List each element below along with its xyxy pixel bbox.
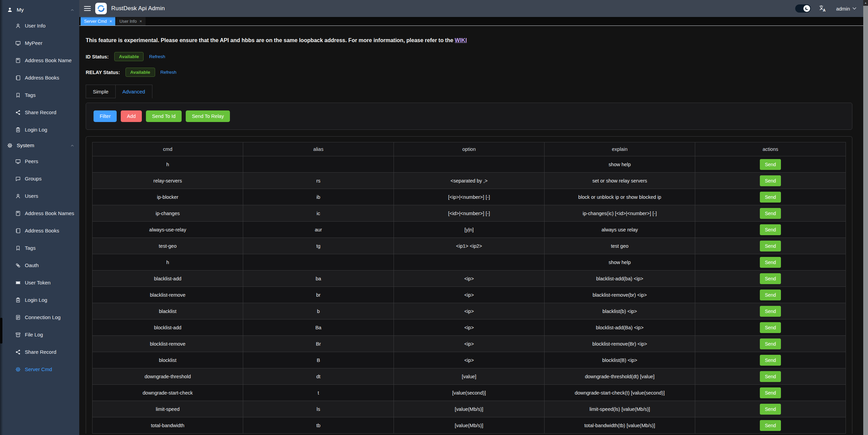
- wiki-link[interactable]: WIKI: [455, 37, 467, 43]
- cell-option: [394, 254, 545, 271]
- send-button[interactable]: Send: [760, 420, 781, 431]
- sidebar-item-label: Address Books: [25, 228, 59, 233]
- sidebar-section-system[interactable]: System: [0, 138, 79, 153]
- status-badge: Available: [126, 68, 155, 77]
- sidebar-item-file-log[interactable]: File Log: [0, 326, 79, 343]
- send-button[interactable]: Send: [760, 322, 781, 333]
- cell-alias: ic: [243, 205, 394, 222]
- send-button[interactable]: Send: [760, 404, 781, 415]
- sidebar-item-share-record[interactable]: Share Record: [0, 343, 79, 361]
- send-button[interactable]: Send: [760, 306, 781, 317]
- sidebar-item-label: Login Log: [25, 297, 47, 303]
- sidebar-item-login-log[interactable]: Login Log: [0, 121, 79, 138]
- cell-option: [394, 156, 545, 173]
- send-button[interactable]: Send: [760, 290, 781, 300]
- scrollbar-up-arrow[interactable]: ▲: [863, 0, 868, 5]
- send-to-relay-button[interactable]: Send To Relay: [186, 110, 230, 122]
- sidebar-scrollbar-thumb[interactable]: [0, 318, 2, 344]
- table-row: blacklistb<ip>blacklist(b) <ip>Send: [93, 303, 846, 319]
- close-icon[interactable]: ×: [110, 19, 112, 23]
- refresh-link[interactable]: Refresh: [161, 70, 177, 75]
- sidebar-item-share-record[interactable]: Share Record: [0, 104, 79, 121]
- send-button[interactable]: Send: [760, 273, 781, 284]
- sidebar-item-peers[interactable]: Peers: [0, 153, 79, 170]
- sidebar-item-label: Groups: [25, 176, 41, 181]
- cell-actions: Send: [695, 352, 846, 368]
- send-to-id-button[interactable]: Send To Id: [146, 110, 182, 122]
- tab-advanced[interactable]: Advanced: [115, 85, 152, 98]
- table-row: blacklist-removebr<ip>blacklist-remove(b…: [93, 287, 846, 303]
- clipboard-icon: [15, 297, 21, 303]
- cell-alias: Br: [243, 336, 394, 352]
- send-button[interactable]: Send: [760, 371, 781, 382]
- send-button[interactable]: Send: [760, 387, 781, 398]
- sidebar-item-label: Tags: [25, 92, 36, 98]
- monitor-icon: [15, 158, 21, 164]
- sidebar-item-address-book-name[interactable]: Address Book Name: [0, 52, 79, 69]
- cell-cmd: test-geo: [93, 238, 243, 254]
- send-button[interactable]: Send: [760, 208, 781, 219]
- tab-simple[interactable]: Simple: [86, 85, 116, 98]
- link-icon: [15, 262, 21, 268]
- close-icon[interactable]: ×: [139, 19, 142, 23]
- notebook-icon: [15, 228, 21, 234]
- send-button[interactable]: Send: [760, 192, 781, 203]
- user-name: admin: [836, 6, 850, 12]
- sidebar-item-label: Address Books: [25, 75, 59, 81]
- sidebar-item-groups[interactable]: Groups: [0, 170, 79, 187]
- sidebar-item-label: Login Log: [25, 127, 47, 133]
- command-table-panel: cmdaliasoptionexplainactions hshow helpS…: [86, 136, 852, 434]
- open-tab-user-info[interactable]: User Info×: [116, 17, 145, 25]
- sidebar-item-login-log[interactable]: Login Log: [0, 291, 79, 309]
- cell-cmd: blacklist-remove: [93, 287, 243, 303]
- add-button[interactable]: Add: [121, 110, 142, 122]
- sidebar-item-oauth[interactable]: Oauth: [0, 257, 79, 274]
- cell-explain: total-bandwidth(tb) [value(Mb/s)]: [545, 417, 695, 434]
- svg-text:A: A: [823, 8, 825, 12]
- cell-actions: Send: [695, 303, 846, 319]
- sidebar-item-label: User Info: [25, 23, 46, 29]
- cell-alias: aur: [243, 222, 394, 238]
- refresh-link[interactable]: Refresh: [149, 54, 165, 59]
- chevron-down-icon: [852, 7, 856, 10]
- translate-icon[interactable]: A: [819, 4, 827, 13]
- sidebar-item-tags[interactable]: Tags: [0, 239, 79, 257]
- cell-alias: [243, 156, 394, 173]
- send-button[interactable]: Send: [760, 159, 781, 170]
- filter-button[interactable]: Filter: [94, 110, 117, 122]
- send-button[interactable]: Send: [760, 355, 781, 366]
- send-button[interactable]: Send: [760, 257, 781, 268]
- sidebar-item-mypeer[interactable]: MyPeer: [0, 34, 79, 52]
- sidebar-item-users[interactable]: Users: [0, 187, 79, 205]
- dark-mode-toggle[interactable]: [795, 4, 811, 13]
- status-badge: Available: [114, 52, 144, 61]
- send-button[interactable]: Send: [760, 241, 781, 251]
- cell-alias: ls: [243, 401, 394, 417]
- sidebar-item-address-book-names[interactable]: Address Book Names: [0, 205, 79, 222]
- send-button[interactable]: Send: [760, 338, 781, 349]
- sidebar-item-address-books[interactable]: Address Books: [0, 69, 79, 86]
- sidebar-item-user-token[interactable]: User Token: [0, 274, 79, 291]
- cell-explain: set or show relay servers: [545, 173, 695, 189]
- cell-alias: b: [243, 303, 394, 319]
- open-tab-label: User Info: [119, 19, 137, 24]
- send-button[interactable]: Send: [760, 175, 781, 186]
- sidebar-item-user-info[interactable]: User Info: [0, 17, 79, 34]
- send-button[interactable]: Send: [760, 224, 781, 235]
- open-tab-server-cmd[interactable]: Server Cmd×: [81, 17, 115, 25]
- cell-option: <separated by ,>: [394, 173, 545, 189]
- cell-alias: tg: [243, 238, 394, 254]
- cell-cmd: blocklist-add: [93, 319, 243, 336]
- scrollbar-thumb[interactable]: [863, 6, 868, 435]
- sidebar-item-connection-log[interactable]: Connection Log: [0, 309, 79, 326]
- user-menu[interactable]: admin: [836, 6, 856, 12]
- cell-alias: dt: [243, 368, 394, 385]
- sidebar-item-server-cmd[interactable]: Server Cmd: [0, 361, 79, 378]
- sidebar-item-label: User Token: [25, 280, 51, 285]
- cell-option: [value(Mb/s)]: [394, 417, 545, 434]
- cell-cmd: relay-servers: [93, 173, 243, 189]
- sidebar-item-address-books[interactable]: Address Books: [0, 222, 79, 239]
- sidebar-section-my[interactable]: My: [0, 3, 79, 17]
- sidebar-item-tags[interactable]: Tags: [0, 86, 79, 104]
- hamburger-menu-icon[interactable]: [84, 6, 91, 11]
